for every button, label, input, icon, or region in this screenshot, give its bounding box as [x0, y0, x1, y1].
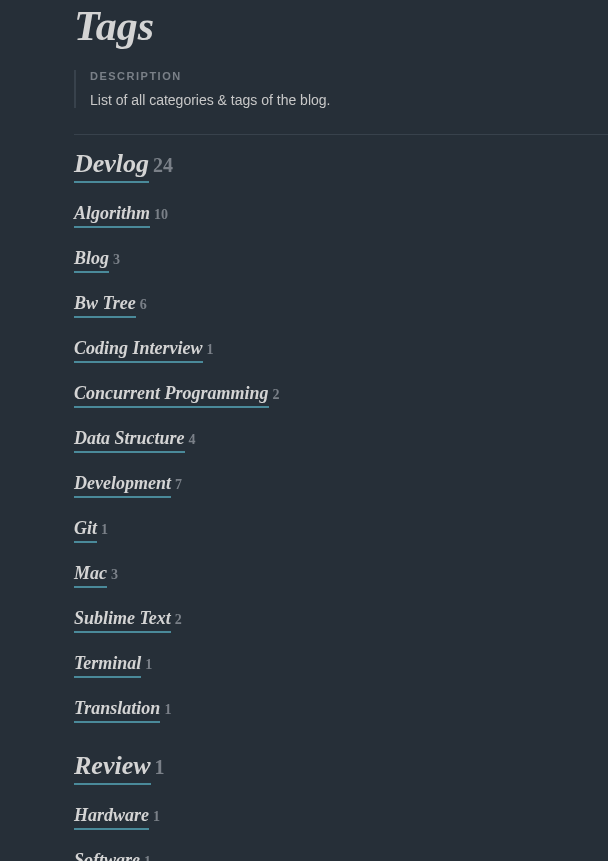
- tag-link[interactable]: Mac: [74, 563, 107, 588]
- tag-item: Blog3: [74, 248, 608, 273]
- tag-link[interactable]: Data Structure: [74, 428, 185, 453]
- tag-link[interactable]: Terminal: [74, 653, 141, 678]
- tag-link[interactable]: Bw Tree: [74, 293, 136, 318]
- tag-link[interactable]: Sublime Text: [74, 608, 171, 633]
- tag-item: Algorithm10: [74, 203, 608, 228]
- divider: [74, 134, 608, 135]
- tag-link[interactable]: Algorithm: [74, 203, 150, 228]
- tag-item: Mac3: [74, 563, 608, 588]
- tag-count: 7: [175, 477, 182, 492]
- tag-link[interactable]: Git: [74, 518, 97, 543]
- tag-count: 1: [144, 854, 151, 861]
- category-section: Devlog24Algorithm10Blog3Bw Tree6Coding I…: [74, 149, 608, 723]
- tag-link[interactable]: Development: [74, 473, 171, 498]
- category-count: 24: [153, 154, 173, 176]
- tag-item: Data Structure4: [74, 428, 608, 453]
- tag-count: 2: [175, 612, 182, 627]
- tag-item: Terminal1: [74, 653, 608, 678]
- category-link[interactable]: Devlog: [74, 149, 149, 183]
- tag-item: Concurrent Programming2: [74, 383, 608, 408]
- tag-item: Translation1: [74, 698, 608, 723]
- tag-count: 2: [273, 387, 280, 402]
- tag-item: Development7: [74, 473, 608, 498]
- tag-count: 1: [101, 522, 108, 537]
- tag-item: Coding Interview1: [74, 338, 608, 363]
- tag-link[interactable]: Software: [74, 850, 140, 861]
- category-link[interactable]: Review: [74, 751, 151, 785]
- tag-link[interactable]: Hardware: [74, 805, 149, 830]
- tag-item: Git1: [74, 518, 608, 543]
- tag-link[interactable]: Coding Interview: [74, 338, 203, 363]
- tag-count: 1: [164, 702, 171, 717]
- tag-count: 6: [140, 297, 147, 312]
- tag-count: 1: [145, 657, 152, 672]
- category-count: 1: [155, 756, 165, 778]
- category-section: Review1Hardware1Software1: [74, 751, 608, 861]
- tag-link[interactable]: Blog: [74, 248, 109, 273]
- tag-link[interactable]: Translation: [74, 698, 160, 723]
- category-header: Review1: [74, 751, 608, 785]
- tag-count: 4: [189, 432, 196, 447]
- tag-count: 3: [113, 252, 120, 267]
- description-block: DESCRIPTION List of all categories & tag…: [74, 70, 608, 108]
- description-text: List of all categories & tags of the blo…: [90, 92, 608, 108]
- tag-count: 3: [111, 567, 118, 582]
- tag-item: Sublime Text2: [74, 608, 608, 633]
- tag-count: 10: [154, 207, 168, 222]
- tag-count: 1: [207, 342, 214, 357]
- tag-count: 1: [153, 809, 160, 824]
- description-label: DESCRIPTION: [90, 70, 608, 82]
- tag-item: Hardware1: [74, 805, 608, 830]
- page-title: Tags: [74, 0, 608, 50]
- tag-link[interactable]: Concurrent Programming: [74, 383, 269, 408]
- tag-item: Software1: [74, 850, 608, 861]
- category-header: Devlog24: [74, 149, 608, 183]
- tag-item: Bw Tree6: [74, 293, 608, 318]
